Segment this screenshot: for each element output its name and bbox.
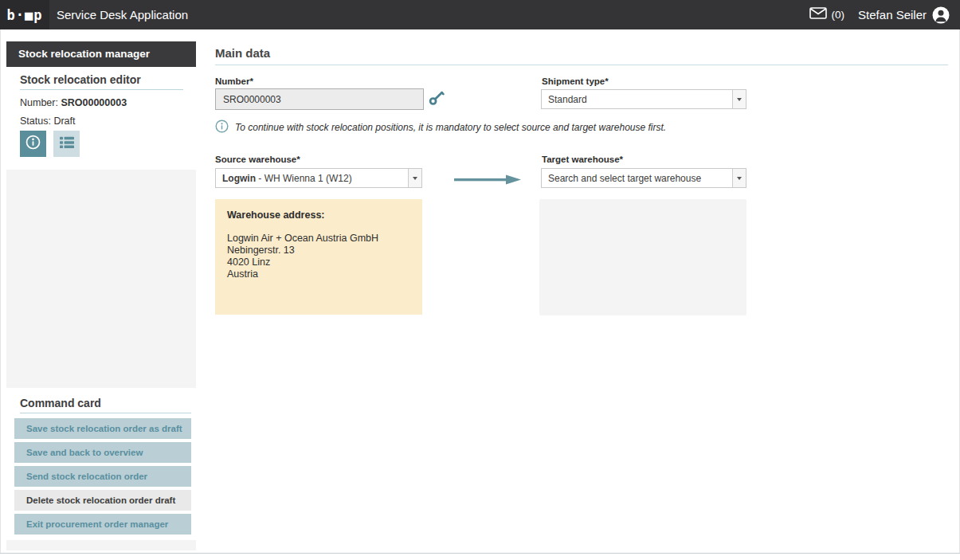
chevron-down-icon	[737, 98, 742, 101]
target-warehouse-placeholder: Search and select target warehouse	[542, 173, 732, 184]
info-icon	[25, 135, 41, 153]
user-name[interactable]: Stefan Seiler	[858, 8, 927, 22]
app-title: Service Desk Application	[57, 8, 188, 22]
save-and-back-button[interactable]: Save and back to overview	[14, 442, 191, 463]
mailbox-button[interactable]: (0)	[809, 7, 845, 22]
save-as-draft-button[interactable]: Save stock relocation order as draft	[14, 418, 191, 439]
list-icon	[60, 136, 74, 152]
shipment-type-value: Standard	[542, 94, 732, 105]
source-warehouse-label: Source warehouse*	[215, 155, 300, 164]
user-avatar-icon[interactable]	[932, 6, 950, 24]
send-order-button[interactable]: Send stock relocation order	[14, 466, 191, 487]
target-warehouse-address-placeholder	[539, 199, 746, 315]
mail-icon[interactable]	[809, 7, 827, 22]
number-label: Number:	[20, 97, 58, 108]
divider	[20, 413, 191, 413]
delete-draft-button[interactable]: Delete stock relocation order draft	[14, 490, 191, 511]
page-title: Main data	[215, 46, 270, 60]
sidebar-header-stock-relocation-manager: Stock relocation manager	[6, 41, 196, 67]
warehouse-address-title: Warehouse address:	[227, 210, 410, 221]
sidebar-number-row: Number: SRO00000003	[20, 97, 127, 108]
dropdown-button[interactable]	[732, 90, 746, 108]
tab-positions-button[interactable]	[53, 131, 80, 157]
status-label: Status:	[20, 116, 51, 127]
topbar-right: (0) Stefan Seiler	[809, 0, 950, 29]
chevron-down-icon	[413, 177, 417, 180]
address-line: 4020 Linz	[227, 257, 410, 268]
divider	[20, 89, 183, 90]
address-line: Austria	[227, 268, 410, 280]
arrow-right-icon	[454, 174, 521, 188]
source-warehouse-value-bold: Logwin	[222, 173, 256, 184]
info-message: To continue with stock relocation positi…	[235, 122, 666, 133]
source-warehouse-address-card: Warehouse address: Logwin Air + Ocean Au…	[215, 199, 422, 315]
source-warehouse-select[interactable]: Logwin - WH Wienna 1 (W12)	[215, 168, 422, 188]
command-card-title: Command card	[20, 397, 101, 409]
info-circle-icon	[215, 119, 229, 136]
app-logo[interactable]: b·■p	[0, 0, 49, 29]
page-bottom-border	[0, 553, 960, 554]
status-value: Draft	[53, 116, 75, 127]
number-field-label: Number*	[215, 76, 253, 86]
chevron-down-icon	[737, 177, 742, 180]
address-line: Logwin Air + Ocean Austria GmbH	[227, 233, 410, 245]
key-icon[interactable]	[429, 91, 445, 109]
sidebar-editor-title: Stock relocation editor	[20, 73, 141, 86]
number-input[interactable]	[215, 88, 424, 110]
shipment-type-label: Shipment type*	[542, 76, 609, 86]
target-warehouse-select[interactable]: Search and select target warehouse	[541, 168, 746, 188]
topbar: b·■p Service Desk Application (0) Stefan…	[0, 0, 960, 29]
source-warehouse-value: Logwin - WH Wienna 1 (W12)	[216, 173, 408, 184]
sidebar-status-row: Status: Draft	[20, 116, 76, 127]
number-value: SRO00000003	[61, 97, 127, 108]
tab-main-data-button[interactable]	[20, 131, 46, 157]
mail-count: (0)	[832, 9, 845, 21]
exit-manager-button[interactable]: Exit procurement order manager	[14, 514, 191, 535]
address-line: Nebingerstr. 13	[227, 245, 410, 257]
shipment-type-select[interactable]: Standard	[541, 89, 746, 109]
divider	[215, 65, 948, 65]
target-warehouse-label: Target warehouse*	[542, 155, 623, 164]
sidebar-bottom-strip	[6, 540, 196, 550]
source-warehouse-value-rest: - WH Wienna 1 (W12)	[256, 173, 352, 184]
dropdown-button[interactable]	[408, 169, 421, 187]
dropdown-button[interactable]	[732, 169, 746, 187]
sidebar-empty-panel	[6, 170, 196, 388]
